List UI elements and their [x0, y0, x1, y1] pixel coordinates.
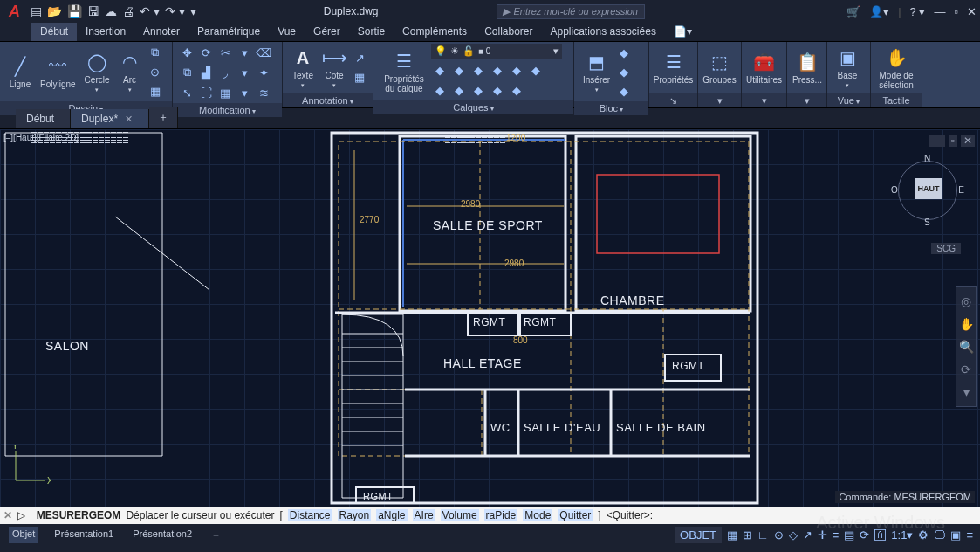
- mod-more3-icon[interactable]: ▾: [236, 84, 253, 101]
- tool-props[interactable]: ☰Propriétés: [654, 49, 692, 86]
- lay10-icon[interactable]: ◆: [489, 81, 506, 99]
- panel-label-groupes[interactable]: ▾: [698, 93, 741, 107]
- menu-insertion[interactable]: Insertion: [77, 23, 134, 41]
- offset-icon[interactable]: ≋: [255, 84, 272, 101]
- copy-icon[interactable]: ⧉: [178, 64, 195, 81]
- tool-arc[interactable]: ◠Arc▾: [115, 49, 145, 95]
- plot-icon[interactable]: 🖨: [122, 4, 134, 18]
- panel-label-util[interactable]: ▾: [742, 93, 786, 107]
- tool-ligne[interactable]: ╱Ligne: [5, 53, 35, 91]
- lay8-icon[interactable]: ◆: [450, 81, 468, 99]
- st-scale-icon[interactable]: 1:1▾: [891, 528, 913, 542]
- drawing-canvas[interactable]: [–][Haut][Filaire 2D] — ▫ ✕ N S E O HAUT…: [0, 129, 980, 507]
- mirror-icon[interactable]: ▟: [197, 64, 215, 81]
- menu-annoter[interactable]: Annoter: [134, 23, 188, 41]
- st-polar-icon[interactable]: ⊙: [774, 528, 784, 542]
- signin-icon[interactable]: 👤▾: [869, 5, 889, 18]
- open-icon[interactable]: 📂: [47, 4, 62, 18]
- min-icon[interactable]: —: [934, 5, 945, 18]
- st-trans-icon[interactable]: ▤: [844, 528, 854, 542]
- tool-inserer[interactable]: ⬒Insérer▾: [579, 49, 613, 95]
- cmd-opt-quitter[interactable]: Quitter: [558, 509, 593, 521]
- scale-icon[interactable]: ⛶: [197, 84, 215, 101]
- st-osnap-icon[interactable]: ◇: [789, 528, 798, 542]
- panel-label-press[interactable]: ▾: [787, 93, 826, 107]
- mod-more1-icon[interactable]: ▾: [236, 44, 253, 61]
- tool-polyligne[interactable]: 〰Polyligne: [37, 53, 79, 91]
- st-mon-icon[interactable]: 🖵: [934, 528, 945, 542]
- lay7-icon[interactable]: ◆: [431, 81, 449, 99]
- doctab-add[interactable]: ＋: [149, 107, 178, 128]
- bloc1-icon[interactable]: ◆: [615, 44, 633, 61]
- redo-icon[interactable]: ↷ ▾: [165, 4, 185, 18]
- help-icon[interactable]: ? ▾: [910, 5, 926, 18]
- save-icon[interactable]: 💾: [67, 4, 82, 18]
- tool-texte[interactable]: ATexte▾: [288, 45, 318, 91]
- stretch-icon[interactable]: ⤡: [178, 84, 195, 101]
- command-bar[interactable]: ✕ ▷_ MESURERGEOM Déplacer le curseur ou …: [0, 507, 980, 524]
- cmd-opt-aire[interactable]: AIre: [413, 509, 435, 521]
- lay5-icon[interactable]: ◆: [508, 61, 525, 79]
- qat-more-icon[interactable]: ▾: [190, 4, 196, 18]
- cmd-opt-distance[interactable]: Distance: [288, 509, 332, 521]
- layout-add-icon[interactable]: ＋: [208, 527, 224, 543]
- layer-dropdown[interactable]: 💡☀🔓■ 0▾: [431, 44, 562, 59]
- lay1-icon[interactable]: ◆: [431, 61, 449, 79]
- mod-more2-icon[interactable]: ▾: [236, 64, 253, 81]
- lay4-icon[interactable]: ◆: [489, 61, 506, 79]
- st-menu-icon[interactable]: ≡: [966, 528, 973, 542]
- lay9-icon[interactable]: ◆: [469, 81, 487, 99]
- app-logo[interactable]: A: [3, 3, 25, 21]
- tool-groupes[interactable]: ⬚Groupes: [703, 49, 736, 86]
- menu-apps[interactable]: Applications associées: [541, 23, 664, 41]
- tool-tactile[interactable]: ✋Mode de sélection: [876, 45, 916, 92]
- draw-misc2-icon[interactable]: ⊙: [147, 63, 164, 80]
- st-ortho-icon[interactable]: ∟: [757, 528, 769, 542]
- array-icon[interactable]: ▦: [216, 84, 234, 101]
- cloud-icon[interactable]: ☁: [105, 4, 117, 18]
- fillet-icon[interactable]: ◞: [216, 64, 234, 81]
- leader-icon[interactable]: ↗: [351, 50, 368, 67]
- cmd-opt-mode[interactable]: Mode: [523, 509, 552, 521]
- menu-icon[interactable]: ▤: [31, 4, 42, 18]
- menu-complements[interactable]: Compléments: [394, 23, 476, 41]
- explode-icon[interactable]: ✦: [255, 64, 272, 81]
- doctab-close-icon[interactable]: ✕: [125, 114, 133, 125]
- move-icon[interactable]: ✥: [178, 44, 195, 61]
- st-track-icon[interactable]: ↗: [803, 528, 812, 542]
- lay11-icon[interactable]: ◆: [508, 81, 525, 99]
- bloc2-icon[interactable]: ◆: [615, 63, 633, 80]
- rotate-icon[interactable]: ⟳: [197, 44, 215, 61]
- st-dyn-icon[interactable]: ✛: [818, 528, 827, 542]
- doctab-duplex[interactable]: Duplex*✕: [71, 109, 149, 128]
- st-lwt-icon[interactable]: ≡: [833, 528, 840, 542]
- toggle-objet[interactable]: OBJET: [675, 527, 722, 543]
- layout-pres1[interactable]: Présentation1: [51, 527, 117, 543]
- menu-debut[interactable]: Début: [31, 23, 77, 41]
- panel-label-bloc[interactable]: Bloc: [574, 101, 648, 115]
- tool-layerprops[interactable]: ☰Propriétés du calque: [379, 48, 429, 95]
- cart-icon[interactable]: 🛒: [846, 5, 860, 18]
- menu-sortie[interactable]: Sortie: [349, 23, 394, 41]
- undo-icon[interactable]: ↶ ▾: [140, 4, 160, 18]
- st-gear-icon[interactable]: ⚙: [918, 528, 929, 542]
- st-iso-icon[interactable]: ▣: [950, 528, 961, 542]
- tool-cercle[interactable]: ◯Cercle▾: [81, 49, 113, 95]
- tool-press[interactable]: 📋Press...: [792, 49, 822, 86]
- erase-icon[interactable]: ⌫: [255, 44, 272, 61]
- lay3-icon[interactable]: ◆: [469, 61, 487, 79]
- layout-objet[interactable]: Objet: [9, 527, 38, 543]
- saveas-icon[interactable]: 🖫: [87, 4, 99, 18]
- cmd-opt-angle[interactable]: aNgle: [376, 509, 407, 521]
- menu-collaborer[interactable]: Collaborer: [476, 23, 541, 41]
- st-cycle-icon[interactable]: ⟳: [860, 528, 869, 542]
- panel-label-calques[interactable]: Calques: [373, 100, 573, 114]
- tool-base[interactable]: ▣Base▾: [833, 45, 862, 91]
- cmd-opt-volume[interactable]: Volume: [441, 509, 479, 521]
- cmd-close-icon[interactable]: ✕: [3, 509, 12, 521]
- panel-label-modif[interactable]: Modification: [173, 103, 282, 117]
- trim-icon[interactable]: ✂: [216, 44, 234, 61]
- cmd-run-icon[interactable]: ▷_: [17, 509, 31, 521]
- menu-vue[interactable]: Vue: [269, 23, 305, 41]
- table-icon[interactable]: ▦: [351, 69, 368, 86]
